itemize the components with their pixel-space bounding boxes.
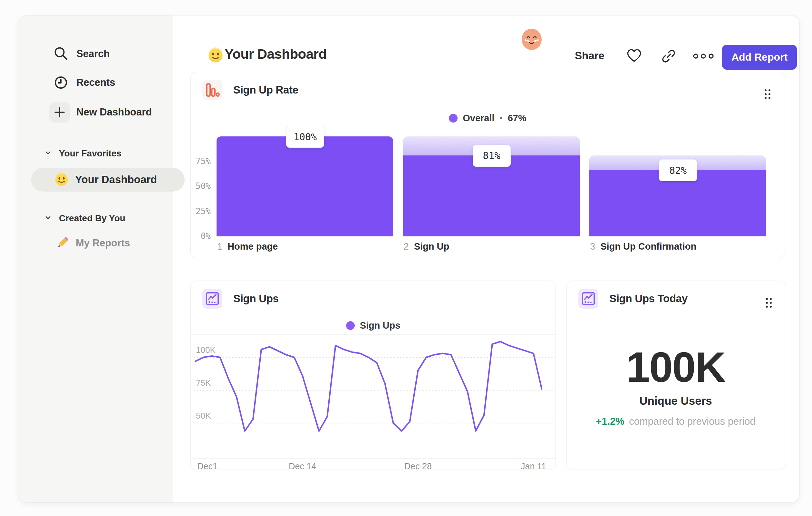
section-title: Your Favorites [59, 148, 121, 159]
sidebar-item-your-dashboard[interactable]: Your Dashboard [31, 168, 185, 192]
sidebar-item-recents[interactable]: Recents [51, 74, 115, 91]
search-icon [51, 46, 71, 62]
funnel-bar[interactable] [216, 136, 393, 236]
signups-today-card-header: Sign Ups Today [567, 281, 785, 316]
line-x-tick: Jan 11 [511, 461, 556, 471]
funnel-chart: 75%50%25%0%100%1Home page81%2Sign Up82%3… [191, 72, 785, 258]
sidebar-item-label: Search [76, 48, 110, 60]
chevron-down-icon [44, 214, 52, 223]
delta-value: +1.2% [596, 416, 625, 427]
chevron-down-icon [44, 149, 52, 158]
drag-handle-icon[interactable] [763, 295, 775, 311]
plus-icon [49, 102, 70, 123]
pencil-emoji-icon [54, 236, 70, 251]
sidebar-item-label: Your Dashboard [75, 173, 157, 186]
app-window: Search Recents New Dashboard Your Favori… [18, 15, 800, 503]
clock-icon [51, 74, 71, 91]
sidebar-item-my-reports[interactable]: My Reports [54, 236, 130, 251]
line-x-tick: Dec 14 [280, 461, 325, 471]
heart-icon [626, 59, 643, 64]
copy-link-button[interactable] [661, 48, 676, 65]
funnel-y-tick: 0% [191, 231, 211, 241]
funnel-bar-value-badge: 82% [659, 159, 697, 181]
line-x-tick: Dec 28 [395, 461, 440, 471]
funnel-y-tick: 50% [191, 181, 211, 191]
add-report-button[interactable]: Add Report [722, 45, 797, 70]
more-options-button[interactable] [692, 52, 715, 61]
sidebar-item-label: My Reports [76, 237, 130, 249]
delta-note: compared to previous period [629, 416, 756, 427]
line-chart: 100K75K50KDec1Dec 14Dec 28Jan 11 [191, 281, 555, 469]
sidebar-item-label: Recents [76, 77, 115, 88]
signup-rate-card: Sign Up Rate Overall • 67% 75%50%25%0%10… [191, 72, 785, 258]
sidebar-section-your-favorites[interactable]: Your Favorites [44, 148, 121, 159]
sidebar: Search Recents New Dashboard Your Favori… [18, 16, 173, 503]
favorite-heart-button[interactable] [626, 47, 643, 64]
funnel-bar[interactable] [403, 156, 580, 236]
line-series[interactable] [195, 342, 542, 431]
signups-card: Sign Ups Sign Ups 100K75K50KDec1Dec 14De… [191, 280, 556, 470]
funnel-bar-value-badge: 100% [286, 126, 324, 148]
page-title: Your Dashboard [225, 47, 327, 62]
signups-today-card: Sign Ups Today 100K Unique Users +1.2% c… [567, 280, 785, 470]
funnel-step-number: 1 [217, 241, 222, 251]
line-chart-icon [578, 289, 598, 309]
funnel-step-label: 3Sign Up Confirmation [590, 241, 696, 252]
funnel-bar-value-badge: 81% [473, 145, 511, 167]
funnel-step-label: 2Sign Up [404, 241, 450, 252]
sidebar-section-created-by-you[interactable]: Created By You [44, 213, 125, 223]
avatar[interactable] [521, 28, 543, 52]
share-button[interactable]: Share [575, 50, 605, 62]
sidebar-item-label: New Dashboard [76, 106, 152, 118]
funnel-step-number: 2 [404, 241, 409, 251]
divider [191, 458, 555, 459]
ellipsis-icon [692, 56, 715, 61]
funnel-y-tick: 75% [191, 156, 211, 166]
sidebar-item-search[interactable]: Search [51, 46, 110, 62]
smiley-emoji-icon [54, 172, 69, 187]
metric-value: 100K [567, 343, 785, 391]
metric-delta-row: +1.2% compared to previous period [567, 416, 785, 427]
dashboard-emoji-icon [207, 47, 224, 65]
funnel-step-label: 1Home page [217, 241, 278, 252]
card-title: Sign Ups Today [609, 293, 688, 305]
sidebar-item-new-dashboard[interactable]: New Dashboard [49, 102, 152, 123]
line-chart-svg [194, 339, 553, 465]
section-title: Created By You [59, 213, 125, 223]
link-icon [661, 60, 676, 65]
line-x-tick: Dec1 [197, 461, 218, 471]
metric-subtitle: Unique Users [567, 395, 785, 407]
funnel-y-tick: 25% [191, 207, 211, 216]
funnel-step-number: 3 [590, 241, 595, 251]
